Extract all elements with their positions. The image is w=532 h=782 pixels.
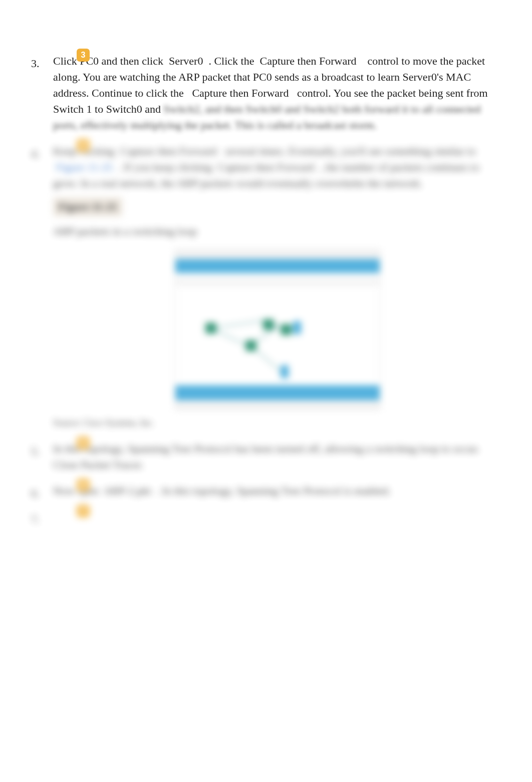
step-4: 4. 4 Keep clicking Capture then Forward … xyxy=(0,143,532,431)
switch-icon xyxy=(245,340,256,351)
step-number: 5. xyxy=(31,445,40,458)
text: Click xyxy=(53,55,77,67)
step-7-paragraph xyxy=(53,509,502,525)
step-body xyxy=(53,509,502,525)
step-number: 7. xyxy=(31,513,40,526)
step-5: 5. 5 In this topology, Spanning Tree Pro… xyxy=(0,441,532,473)
text: Capture then Forward xyxy=(120,145,217,157)
step-body: In this topology, Spanning Tree Protocol… xyxy=(53,441,502,473)
step-body: Click PC0 and then click Server0 . Click… xyxy=(53,53,502,133)
step-body: Keep clicking Capture then Forward sever… xyxy=(53,143,502,431)
step-badge: 4 xyxy=(77,139,90,152)
text: . In this topology, Spanning Tree Protoc… xyxy=(157,484,391,497)
text: Server0 xyxy=(169,55,203,67)
step-number: 3. xyxy=(31,57,40,70)
network-link xyxy=(210,319,270,329)
step-3: 3. 3 Click PC0 and then click Server0 . … xyxy=(0,53,532,133)
figure-label: Figure 11-25 xyxy=(53,197,122,216)
text: ARP-2.pkt xyxy=(104,484,151,497)
switch-icon xyxy=(263,319,274,330)
text: Capture then Forward xyxy=(218,161,315,173)
step-badge: 7 xyxy=(77,504,90,517)
topology-canvas xyxy=(175,285,380,385)
figure-caption: ARP packets in a switching loop xyxy=(53,223,502,239)
step-6: 6. 6 Now open ARP-2.pkt . In this topolo… xyxy=(0,483,532,499)
packet-tracer-screenshot xyxy=(175,249,380,410)
step-number: 6. xyxy=(31,487,40,500)
step-number: 4. xyxy=(31,147,40,160)
text: Now open xyxy=(53,484,99,497)
switch-icon xyxy=(205,323,216,334)
step-3-paragraph: Click PC0 and then click Server0 . Click… xyxy=(53,53,502,133)
window-ribbon xyxy=(175,259,380,273)
step-badge: 5 xyxy=(77,436,90,449)
window-titlebar xyxy=(175,250,380,259)
window-bottom-bar xyxy=(175,385,380,400)
text: Capture then Forward xyxy=(259,55,356,67)
text: . Click the xyxy=(208,55,254,67)
step-6-paragraph: Now open ARP-2.pkt . In this topology, S… xyxy=(53,483,502,499)
figure-wrap xyxy=(53,249,502,410)
text: PC0 and then click xyxy=(80,55,163,67)
server-icon xyxy=(293,321,301,334)
text: . If you keep clicking xyxy=(118,161,212,173)
document-page: 3. 3 Click PC0 and then click Server0 . … xyxy=(0,0,532,782)
text: , the xyxy=(320,161,339,173)
window-toolbar xyxy=(175,273,380,285)
figure-source: Source: Cisco Systems, Inc. xyxy=(53,415,502,431)
window-status-bar xyxy=(175,400,380,409)
text: Capture then Forward xyxy=(192,87,289,99)
step-body: Now open ARP-2.pkt . In this topology, S… xyxy=(53,483,502,499)
text: something similar to xyxy=(385,145,476,157)
figure-link[interactable]: Figure 11-25 xyxy=(56,161,113,173)
switch-icon xyxy=(281,324,292,335)
step-badge: 6 xyxy=(77,478,90,491)
step-badge: 3 xyxy=(77,49,90,62)
text: several times. Eventually, you'll see xyxy=(225,145,382,157)
step-5-paragraph: In this topology, Spanning Tree Protocol… xyxy=(53,441,502,473)
step-4-paragraph: Keep clicking Capture then Forward sever… xyxy=(53,143,502,191)
step-7: 7. 7 xyxy=(0,509,532,525)
pc-icon xyxy=(281,365,289,378)
